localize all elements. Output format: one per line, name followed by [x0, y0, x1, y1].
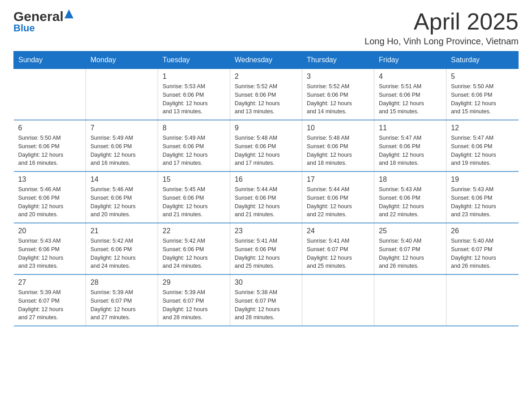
day-number: 16	[235, 176, 297, 184]
day-number: 27	[18, 278, 82, 287]
day-number: 19	[451, 176, 514, 184]
day-info: Sunrise: 5:39 AMSunset: 6:07 PMDaylight:…	[163, 288, 225, 322]
day-number: 10	[307, 124, 369, 132]
svg-marker-0	[64, 9, 73, 18]
day-number: 13	[18, 176, 82, 184]
day-info: Sunrise: 5:43 AMSunset: 6:06 PMDaylight:…	[18, 237, 82, 270]
calendar-day-cell: 24Sunrise: 5:41 AMSunset: 6:07 PMDayligh…	[302, 223, 374, 274]
day-info: Sunrise: 5:44 AMSunset: 6:06 PMDaylight:…	[235, 185, 297, 219]
day-info: Sunrise: 5:48 AMSunset: 6:06 PMDaylight:…	[307, 134, 369, 167]
calendar-header-row: Sunday Monday Tuesday Wednesday Thursday…	[14, 51, 519, 69]
calendar-day-cell: 10Sunrise: 5:48 AMSunset: 6:06 PMDayligh…	[302, 120, 374, 171]
month-title: April 2025	[365, 9, 519, 34]
day-number: 4	[379, 73, 442, 81]
calendar-day-cell: 25Sunrise: 5:40 AMSunset: 6:07 PMDayligh…	[374, 223, 446, 274]
calendar-day-cell: 4Sunrise: 5:51 AMSunset: 6:06 PMDaylight…	[374, 69, 446, 120]
day-info: Sunrise: 5:49 AMSunset: 6:06 PMDaylight:…	[90, 134, 153, 167]
day-info: Sunrise: 5:47 AMSunset: 6:06 PMDaylight:…	[379, 134, 442, 167]
day-number: 20	[18, 227, 82, 235]
day-number: 8	[163, 124, 225, 132]
day-info: Sunrise: 5:39 AMSunset: 6:07 PMDaylight:…	[18, 288, 82, 322]
col-thursday: Thursday	[302, 51, 374, 69]
col-wednesday: Wednesday	[230, 51, 302, 69]
day-number: 6	[18, 124, 82, 132]
calendar-day-cell: 18Sunrise: 5:43 AMSunset: 6:06 PMDayligh…	[374, 171, 446, 223]
calendar-day-cell: 27Sunrise: 5:39 AMSunset: 6:07 PMDayligh…	[14, 274, 86, 326]
day-info: Sunrise: 5:40 AMSunset: 6:07 PMDaylight:…	[379, 237, 442, 270]
day-number: 29	[163, 278, 225, 287]
day-number: 11	[379, 124, 442, 132]
calendar-week-row: 20Sunrise: 5:43 AMSunset: 6:06 PMDayligh…	[14, 223, 519, 274]
day-info: Sunrise: 5:49 AMSunset: 6:06 PMDaylight:…	[163, 134, 225, 167]
calendar-day-cell: 30Sunrise: 5:38 AMSunset: 6:07 PMDayligh…	[230, 274, 302, 326]
day-number: 17	[307, 176, 369, 184]
col-monday: Monday	[86, 51, 158, 69]
day-number: 23	[235, 227, 297, 235]
calendar-day-cell: 5Sunrise: 5:50 AMSunset: 6:06 PMDaylight…	[446, 69, 519, 120]
col-friday: Friday	[374, 51, 446, 69]
calendar-day-cell: 21Sunrise: 5:42 AMSunset: 6:06 PMDayligh…	[86, 223, 158, 274]
logo-triangle-icon	[64, 9, 73, 18]
page-header: General Blue April 2025 Long Ho, Vinh Lo…	[13, 9, 519, 47]
calendar-day-cell: 12Sunrise: 5:47 AMSunset: 6:06 PMDayligh…	[446, 120, 519, 171]
day-info: Sunrise: 5:43 AMSunset: 6:06 PMDaylight:…	[379, 185, 442, 219]
day-number: 18	[379, 176, 442, 184]
col-tuesday: Tuesday	[158, 51, 230, 69]
calendar-day-cell: 28Sunrise: 5:39 AMSunset: 6:07 PMDayligh…	[86, 274, 158, 326]
day-info: Sunrise: 5:42 AMSunset: 6:06 PMDaylight:…	[163, 237, 225, 270]
calendar-day-cell: 26Sunrise: 5:40 AMSunset: 6:07 PMDayligh…	[446, 223, 519, 274]
day-number: 14	[90, 176, 153, 184]
day-info: Sunrise: 5:47 AMSunset: 6:06 PMDaylight:…	[451, 134, 514, 167]
day-info: Sunrise: 5:48 AMSunset: 6:06 PMDaylight:…	[235, 134, 297, 167]
day-info: Sunrise: 5:43 AMSunset: 6:06 PMDaylight:…	[451, 185, 514, 219]
day-info: Sunrise: 5:44 AMSunset: 6:06 PMDaylight:…	[307, 185, 369, 219]
calendar-day-cell: 16Sunrise: 5:44 AMSunset: 6:06 PMDayligh…	[230, 171, 302, 223]
day-number: 24	[307, 227, 369, 235]
day-number: 7	[90, 124, 153, 132]
title-section: April 2025 Long Ho, Vinh Long Province, …	[365, 9, 519, 47]
day-number: 21	[90, 227, 153, 235]
day-number: 30	[235, 278, 297, 287]
calendar-week-row: 13Sunrise: 5:46 AMSunset: 6:06 PMDayligh…	[14, 171, 519, 223]
calendar-day-cell: 1Sunrise: 5:53 AMSunset: 6:06 PMDaylight…	[158, 69, 230, 120]
calendar-day-cell: 23Sunrise: 5:41 AMSunset: 6:06 PMDayligh…	[230, 223, 302, 274]
day-number: 25	[379, 227, 442, 235]
day-info: Sunrise: 5:53 AMSunset: 6:06 PMDaylight:…	[163, 82, 225, 116]
day-number: 22	[163, 227, 225, 235]
calendar-week-row: 27Sunrise: 5:39 AMSunset: 6:07 PMDayligh…	[14, 274, 519, 326]
day-info: Sunrise: 5:41 AMSunset: 6:07 PMDaylight:…	[307, 237, 369, 270]
day-info: Sunrise: 5:50 AMSunset: 6:06 PMDaylight:…	[18, 134, 82, 167]
calendar-day-cell	[374, 274, 446, 326]
day-info: Sunrise: 5:38 AMSunset: 6:07 PMDaylight:…	[235, 288, 297, 322]
calendar-day-cell: 15Sunrise: 5:45 AMSunset: 6:06 PMDayligh…	[158, 171, 230, 223]
day-number: 1	[163, 73, 225, 81]
col-sunday: Sunday	[14, 51, 86, 69]
location-title: Long Ho, Vinh Long Province, Vietnam	[365, 36, 519, 47]
day-info: Sunrise: 5:52 AMSunset: 6:06 PMDaylight:…	[235, 82, 297, 116]
calendar-day-cell: 19Sunrise: 5:43 AMSunset: 6:06 PMDayligh…	[446, 171, 519, 223]
calendar-day-cell: 22Sunrise: 5:42 AMSunset: 6:06 PMDayligh…	[158, 223, 230, 274]
day-number: 3	[307, 73, 369, 81]
calendar-day-cell: 13Sunrise: 5:46 AMSunset: 6:06 PMDayligh…	[14, 171, 86, 223]
calendar-day-cell	[302, 274, 374, 326]
calendar-day-cell	[14, 69, 86, 120]
col-saturday: Saturday	[446, 51, 519, 69]
calendar-day-cell: 14Sunrise: 5:46 AMSunset: 6:06 PMDayligh…	[86, 171, 158, 223]
day-info: Sunrise: 5:46 AMSunset: 6:06 PMDaylight:…	[90, 185, 153, 219]
day-info: Sunrise: 5:42 AMSunset: 6:06 PMDaylight:…	[90, 237, 153, 270]
day-number: 2	[235, 73, 297, 81]
day-number: 12	[451, 124, 514, 132]
calendar-week-row: 6Sunrise: 5:50 AMSunset: 6:06 PMDaylight…	[14, 120, 519, 171]
logo-blue-text: Blue	[13, 22, 35, 34]
calendar-day-cell: 20Sunrise: 5:43 AMSunset: 6:06 PMDayligh…	[14, 223, 86, 274]
day-number: 26	[451, 227, 514, 235]
day-info: Sunrise: 5:50 AMSunset: 6:06 PMDaylight:…	[451, 82, 514, 116]
calendar-day-cell: 7Sunrise: 5:49 AMSunset: 6:06 PMDaylight…	[86, 120, 158, 171]
day-info: Sunrise: 5:51 AMSunset: 6:06 PMDaylight:…	[379, 82, 442, 116]
logo-general-text: General	[13, 9, 73, 24]
day-info: Sunrise: 5:45 AMSunset: 6:06 PMDaylight:…	[163, 185, 225, 219]
calendar-day-cell: 9Sunrise: 5:48 AMSunset: 6:06 PMDaylight…	[230, 120, 302, 171]
day-number: 9	[235, 124, 297, 132]
day-info: Sunrise: 5:46 AMSunset: 6:06 PMDaylight:…	[18, 185, 82, 219]
calendar-day-cell: 6Sunrise: 5:50 AMSunset: 6:06 PMDaylight…	[14, 120, 86, 171]
